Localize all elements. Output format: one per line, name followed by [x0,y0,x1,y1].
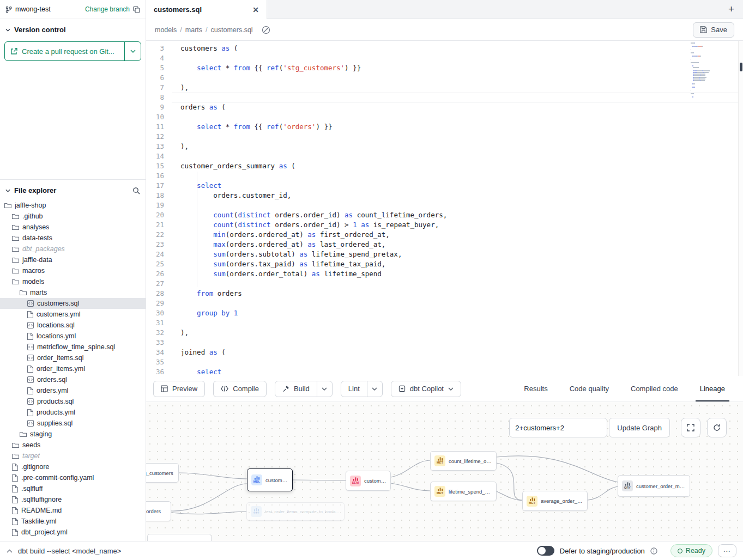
lint-button[interactable]: Lint [341,381,367,397]
breadcrumb-item-marts[interactable]: marts [185,26,202,34]
code-line-8[interactable] [172,93,743,102]
tree-item-customers.yml[interactable]: customers.yml [0,309,146,320]
create-pr-dropdown[interactable] [124,42,141,60]
code-line-29[interactable] [172,299,743,308]
chevron-up-icon[interactable] [7,549,13,553]
code-line-20[interactable]: count(distinct orders.order_id) as count… [172,210,743,220]
code-line-23[interactable]: max(orders.ordered_at) as last_ordered_a… [172,240,743,249]
tree-item-seeds[interactable]: seeds [0,440,146,451]
minimap[interactable] [691,42,734,98]
tree-item-.sqlfluff[interactable]: .sqlfluff [0,483,146,494]
tree-item-analyses[interactable]: analyses [0,222,146,233]
dbt-copilot-button[interactable]: dbt Copilot [391,381,461,397]
code-line-15[interactable]: customer_orders_summary as ( [172,161,743,171]
lint-dropdown[interactable] [367,381,382,397]
code-line-10[interactable] [172,112,743,122]
code-line-30[interactable]: group by 1 [172,308,743,318]
code-line-27[interactable] [172,279,743,289]
code-line-12[interactable] [172,132,743,142]
tree-item-staging[interactable]: staging [0,429,146,440]
code-line-22[interactable]: min(orders.ordered_at) as first_ordered_… [172,230,743,240]
close-tab-icon[interactable]: ✕ [252,6,259,14]
lineage-node-test_order_items_compute_to_bools[interactable]: TSTtest_order_items_compute_to_bools... [246,502,345,521]
lineage-node-stg_customers[interactable]: MDLstg_customers [146,463,179,483]
lineage-node-average_order_value[interactable]: METaverage_order_value [522,491,588,511]
info-icon[interactable] [650,547,657,555]
tree-item-marts[interactable]: marts [0,287,146,298]
command-text[interactable]: dbt build --select <model_name> [18,547,121,555]
create-pr-button[interactable]: Create a pull request on Git... [4,41,141,61]
tab-code-quality[interactable]: Code quality [559,376,620,401]
code-line-25[interactable]: sum(orders.tax_paid) as lifetime_tax_pai… [172,259,743,269]
code-line-16[interactable] [172,171,743,181]
code-line-18[interactable]: orders.customer_id, [172,191,743,200]
code-line-33[interactable] [172,338,743,348]
code-line-32[interactable]: ), [172,328,743,338]
change-branch-link[interactable]: Change branch [85,5,130,13]
breadcrumb-item-customers.sql[interactable]: customers.sql [211,26,253,34]
code-line-36[interactable]: select [172,367,743,376]
refresh-button[interactable] [707,418,727,437]
tree-item-products.yml[interactable]: products.yml [0,407,146,418]
lineage-node-partial[interactable] [147,534,212,541]
update-graph-button[interactable]: Update Graph [609,418,670,437]
lineage-node-customers[interactable]: SEMcustomers [346,471,391,491]
code-line-31[interactable] [172,318,743,328]
code-line-7[interactable]: ), [172,83,743,93]
lineage-node-customer_order_metrics[interactable]: QRYcustomer_order_metrics [618,475,690,497]
lineage-selector-input[interactable] [509,418,607,437]
save-button[interactable]: Save [693,22,734,38]
file-explorer-header[interactable]: File explorer [0,180,146,199]
preview-button[interactable]: Preview [153,381,205,397]
code-line-9[interactable]: orders as ( [172,102,743,112]
tab-compiled-code[interactable]: Compiled code [620,376,689,401]
tree-item-Taskfile.yml[interactable]: Taskfile.yml [0,516,146,527]
fullscreen-button[interactable] [681,418,700,437]
tree-item-.pre-commit-config.yaml[interactable]: .pre-commit-config.yaml [0,472,146,483]
tree-item-order-items.sql[interactable]: order_items.sql [0,352,146,363]
code-line-6[interactable] [172,73,743,83]
more-menu-button[interactable]: ⋯ [718,544,736,557]
tree-item-orders.yml[interactable]: orders.yml [0,385,146,396]
tree-item-jaffle-shop[interactable]: jaffle-shop [0,200,146,211]
tree-item-customers.sql[interactable]: customers.sql [0,298,146,309]
code-line-11[interactable]: select * from {{ ref('orders') }} [172,122,743,132]
tree-item-dbt-packages[interactable]: dbt_packages [0,244,146,254]
code-line-26[interactable]: sum(orders.order_total) as lifetime_spen… [172,269,743,279]
tree-item-products.sql[interactable]: products.sql [0,396,146,407]
code-editor[interactable]: 3customers as (45 select * from {{ ref('… [146,41,743,376]
tab-customers-sql[interactable]: customers.sql ✕ [146,0,267,19]
code-line-5[interactable]: select * from {{ ref('stg_customers') }} [172,63,743,73]
lineage-node-customers[interactable]: MDLcustomers [247,468,293,491]
lineage-node-count_lifetime_orders[interactable]: METcount_lifetime_orders [430,451,497,471]
lineage-node-orders[interactable]: MDLorders [146,501,171,521]
tab-results[interactable]: Results [513,376,558,401]
circle-slash-icon[interactable] [259,23,273,36]
status-badge[interactable]: Ready [670,544,712,557]
editor-scrollbar[interactable] [738,41,743,376]
tree-item-dbt-project.yml[interactable]: dbt_project.yml [0,527,146,538]
tree-item-.github[interactable]: .github [0,211,146,222]
code-line-13[interactable]: ), [172,142,743,151]
tree-item-locations.yml[interactable]: locations.yml [0,331,146,342]
tree-item-.sqlfluffignore[interactable]: .sqlfluffignore [0,494,146,505]
new-tab-button[interactable]: + [728,3,734,15]
tree-item-README.md[interactable]: README.md [0,505,146,516]
tree-item-target[interactable]: target [0,451,146,461]
version-control-header[interactable]: Version control [0,19,146,38]
tree-item-metricflow-time-spine.sql[interactable]: metricflow_time_spine.sql [0,342,146,352]
tree-item-supplies.sql[interactable]: supplies.sql [0,418,146,429]
tree-item-data-tests[interactable]: data-tests [0,233,146,244]
code-line-17[interactable]: select [172,181,743,191]
tree-item-.gitignore[interactable]: .gitignore [0,461,146,472]
tab-lineage[interactable]: Lineage [689,376,736,401]
lineage-node-lifetime_spend_pretax[interactable]: METlifetime_spend_pretax [430,482,497,501]
code-line-24[interactable]: sum(orders.subtotal) as lifetime_spend_p… [172,249,743,259]
copy-branch-icon[interactable] [133,6,140,13]
compile-button[interactable]: Compile [213,381,267,397]
tree-item-order-items.yml[interactable]: order_items.yml [0,363,146,374]
tree-item-locations.sql[interactable]: locations.sql [0,320,146,331]
code-line-19[interactable] [172,200,743,210]
code-line-34[interactable]: joined as ( [172,348,743,357]
tree-item-jaffle-data[interactable]: jaffle-data [0,254,146,265]
